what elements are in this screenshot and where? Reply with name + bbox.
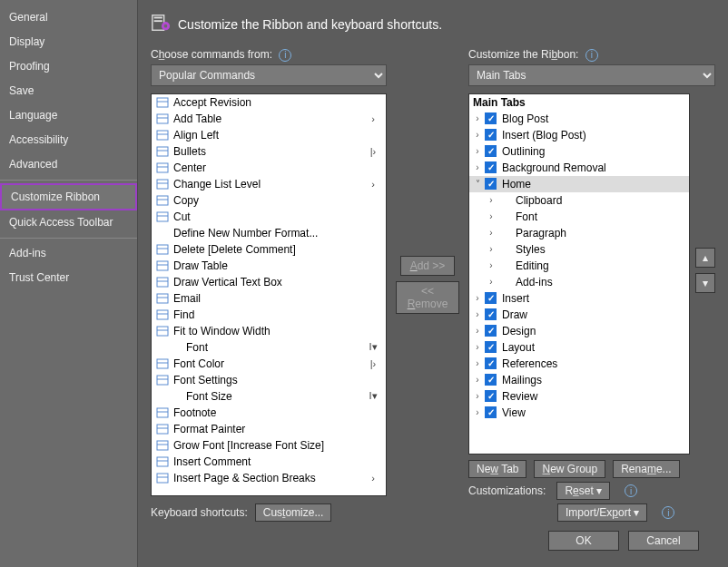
- expand-chevron-icon[interactable]: ›: [487, 211, 496, 221]
- checkbox[interactable]: [485, 145, 497, 157]
- checkbox[interactable]: [485, 161, 497, 173]
- tree-node[interactable]: ›Outlining: [469, 143, 689, 160]
- command-item[interactable]: Insert Page & Section Breaks›: [152, 470, 386, 486]
- checkbox[interactable]: [485, 390, 497, 402]
- checkbox[interactable]: [485, 308, 497, 320]
- tree-node[interactable]: ›Design: [469, 323, 689, 339]
- expand-chevron-icon[interactable]: ›: [473, 375, 482, 385]
- tree-node[interactable]: ›Mailings: [469, 372, 689, 388]
- tree-node[interactable]: ›Insert (Blog Post): [469, 127, 689, 143]
- command-item[interactable]: Grow Font [Increase Font Size]: [152, 437, 386, 454]
- command-item[interactable]: Fit to Window Width: [152, 323, 386, 339]
- command-item[interactable]: Draw Vertical Text Box: [152, 274, 386, 290]
- new-group-button[interactable]: New Group: [534, 460, 605, 478]
- sidebar-item-customize-ribbon[interactable]: Customize Ribbon: [0, 183, 137, 210]
- expand-chevron-icon[interactable]: ›: [487, 260, 496, 270]
- checkbox[interactable]: [485, 129, 497, 141]
- command-item[interactable]: Footnote: [152, 405, 386, 421]
- tree-node[interactable]: ›Review: [469, 388, 689, 405]
- new-tab-button[interactable]: New Tab: [468, 460, 526, 478]
- expand-chevron-icon[interactable]: ›: [487, 195, 496, 205]
- expand-chevron-icon[interactable]: ›: [473, 113, 482, 123]
- cancel-button[interactable]: Cancel: [628, 531, 699, 551]
- sidebar-item-language[interactable]: Language: [0, 103, 137, 128]
- command-item[interactable]: Change List Level›: [152, 176, 386, 192]
- remove-button[interactable]: << Remove: [396, 281, 459, 314]
- checkbox[interactable]: [485, 178, 497, 190]
- command-item[interactable]: Cut: [152, 209, 386, 225]
- sidebar-item-general[interactable]: General: [0, 5, 137, 30]
- command-item[interactable]: Add Table›: [152, 111, 386, 127]
- import-export-button[interactable]: Import/Export ▾: [557, 503, 647, 522]
- info-icon[interactable]: i: [279, 49, 291, 62]
- expand-chevron-icon[interactable]: ›: [487, 228, 496, 238]
- command-item[interactable]: Font SizeI▾: [152, 388, 386, 405]
- expand-chevron-icon[interactable]: ›: [473, 162, 482, 172]
- tree-node[interactable]: ›References: [469, 356, 689, 372]
- sidebar-item-advanced[interactable]: Advanced: [0, 152, 137, 177]
- ok-button[interactable]: OK: [548, 531, 619, 551]
- sidebar-item-trust-center[interactable]: Trust Center: [0, 266, 137, 290]
- customize-shortcuts-button[interactable]: Customize...: [255, 503, 332, 522]
- tree-node[interactable]: ›Add-ins: [469, 274, 689, 290]
- command-item[interactable]: Email: [152, 290, 386, 307]
- move-down-button[interactable]: ▾: [695, 273, 715, 293]
- command-item[interactable]: Center: [152, 160, 386, 176]
- commands-listbox[interactable]: Accept RevisionAdd Table›Align LeftBulle…: [151, 93, 387, 496]
- command-item[interactable]: FontI▾: [152, 339, 386, 356]
- sidebar-item-quick-access-toolbar[interactable]: Quick Access Toolbar: [0, 210, 137, 235]
- add-button[interactable]: Add >>: [400, 256, 456, 276]
- tree-node[interactable]: ›Insert: [469, 290, 689, 307]
- tree-node[interactable]: ›Background Removal: [469, 160, 689, 176]
- tree-node[interactable]: ›Paragraph: [469, 225, 689, 241]
- expand-chevron-icon[interactable]: ›: [473, 342, 482, 352]
- expand-chevron-icon[interactable]: ›: [473, 293, 482, 303]
- expand-chevron-icon[interactable]: ›: [473, 146, 482, 156]
- expand-chevron-icon[interactable]: ›: [473, 391, 482, 401]
- expand-chevron-icon[interactable]: ›: [473, 130, 482, 140]
- info-icon[interactable]: i: [662, 506, 674, 519]
- checkbox[interactable]: [485, 112, 497, 124]
- checkbox[interactable]: [485, 325, 497, 337]
- checkbox[interactable]: [485, 374, 497, 386]
- expand-chevron-icon[interactable]: ›: [487, 244, 496, 254]
- tree-node[interactable]: ›Layout: [469, 339, 689, 356]
- expand-chevron-icon[interactable]: ›: [487, 277, 496, 287]
- tree-node[interactable]: ›Clipboard: [469, 192, 689, 209]
- tree-node[interactable]: ›Styles: [469, 241, 689, 258]
- command-item[interactable]: Bullets|›: [152, 143, 386, 160]
- sidebar-item-accessibility[interactable]: Accessibility: [0, 128, 137, 152]
- ribbon-tree[interactable]: Main Tabs›Blog Post›Insert (Blog Post)›O…: [468, 93, 690, 455]
- tree-node[interactable]: ˅Home: [469, 176, 689, 192]
- checkbox[interactable]: [485, 341, 497, 353]
- reset-button[interactable]: Reset ▾: [556, 482, 610, 500]
- ribbon-combo[interactable]: Main Tabs: [468, 64, 715, 86]
- sidebar-item-save[interactable]: Save: [0, 79, 137, 103]
- command-item[interactable]: Draw Table: [152, 258, 386, 274]
- expand-chevron-icon[interactable]: ›: [473, 358, 482, 368]
- command-item[interactable]: Font Settings: [152, 372, 386, 388]
- tree-node[interactable]: ›View: [469, 405, 689, 421]
- checkbox[interactable]: [485, 292, 497, 304]
- command-item[interactable]: Accept Revision: [152, 94, 386, 111]
- tree-node[interactable]: ›Font: [469, 209, 689, 225]
- expand-chevron-icon[interactable]: ›: [473, 407, 482, 417]
- sidebar-item-display[interactable]: Display: [0, 30, 137, 54]
- command-item[interactable]: Define New Number Format...: [152, 225, 386, 241]
- command-item[interactable]: Delete [Delete Comment]: [152, 241, 386, 258]
- sidebar-item-add-ins[interactable]: Add-ins: [0, 241, 137, 266]
- command-item[interactable]: Align Left: [152, 127, 386, 143]
- command-item[interactable]: Copy: [152, 192, 386, 209]
- command-item[interactable]: Font Color|›: [152, 356, 386, 372]
- tree-node[interactable]: ›Draw: [469, 307, 689, 323]
- rename-button[interactable]: Rename...: [613, 460, 679, 478]
- move-up-button[interactable]: ▴: [695, 248, 715, 268]
- tree-node[interactable]: ›Blog Post: [469, 111, 689, 127]
- checkbox[interactable]: [485, 357, 497, 369]
- expand-chevron-icon[interactable]: ˅: [473, 179, 482, 189]
- info-icon[interactable]: i: [625, 484, 637, 497]
- command-item[interactable]: Format Painter: [152, 421, 386, 437]
- expand-chevron-icon[interactable]: ›: [473, 326, 482, 336]
- command-item[interactable]: Insert Comment: [152, 454, 386, 470]
- sidebar-item-proofing[interactable]: Proofing: [0, 54, 137, 79]
